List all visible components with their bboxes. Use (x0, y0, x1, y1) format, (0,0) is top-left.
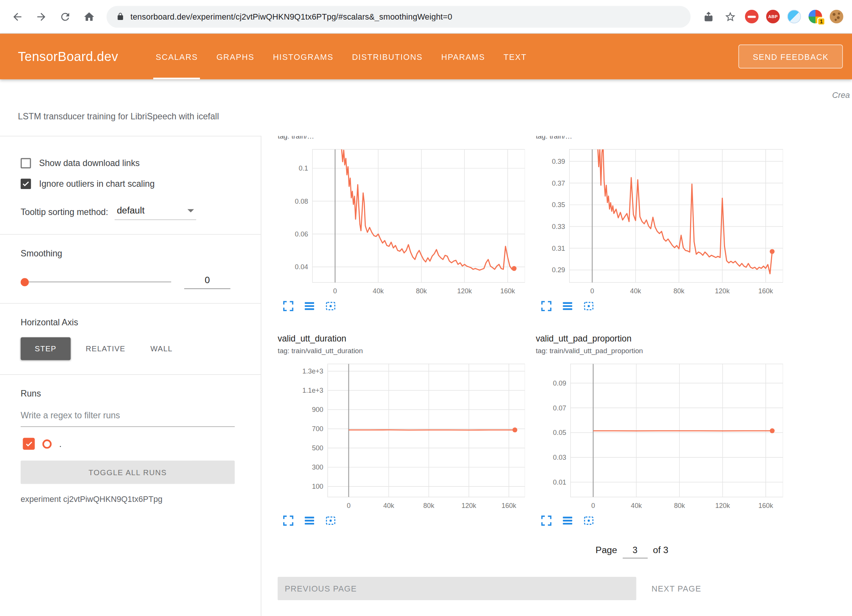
page-number-input[interactable] (623, 545, 647, 558)
back-icon[interactable] (6, 6, 28, 27)
chart-tag: tag: train/… (278, 136, 525, 143)
svg-text:0.09: 0.09 (553, 380, 566, 387)
scalar-chart[interactable]: 0.290.310.330.350.370.39040k80k120k160k (536, 143, 783, 296)
tab-distributions[interactable]: DISTRIBUTIONS (343, 34, 432, 79)
charts-main: tag: train/… 0.040.060.080.1040k80k120k1… (261, 136, 852, 616)
data-table-icon[interactable] (560, 513, 574, 528)
svg-text:40k: 40k (383, 502, 395, 509)
charts-grid: tag: train/… 0.040.060.080.1040k80k120k1… (278, 136, 852, 529)
scalar-chart[interactable]: 0.040.060.080.1040k80k120k160k (278, 143, 525, 296)
svg-text:80k: 80k (416, 287, 427, 295)
forward-icon[interactable] (31, 6, 52, 27)
svg-text:0: 0 (347, 502, 351, 509)
data-table-icon[interactable] (302, 513, 316, 528)
ignore-outliers-checkbox[interactable]: Ignore outliers in chart scaling (21, 179, 261, 189)
svg-text:0.04: 0.04 (295, 263, 308, 271)
tooltip-sorting-row: Tooltip sorting method: default (21, 204, 261, 220)
step-button[interactable]: STEP (21, 337, 70, 360)
cookie-extension-icon[interactable] (830, 10, 843, 23)
tensorboard-header: TensorBoard.dev SCALARS GRAPHS HISTOGRAM… (0, 34, 852, 79)
svg-text:80k: 80k (673, 287, 685, 295)
svg-text:0.1: 0.1 (299, 165, 308, 172)
next-page-button[interactable]: NEXT PAGE (648, 583, 705, 593)
svg-text:300: 300 (312, 464, 323, 471)
created-text-clipped: Crea (832, 90, 850, 99)
page-label: Page (595, 545, 617, 556)
expand-icon[interactable] (539, 299, 553, 313)
bookmark-star-icon[interactable] (723, 9, 737, 24)
svg-text:80k: 80k (423, 502, 435, 509)
chevron-down-icon (188, 209, 194, 212)
reader-extension-icon[interactable] (787, 10, 801, 23)
data-table-icon[interactable] (302, 299, 316, 313)
svg-text:0.31: 0.31 (552, 245, 565, 252)
chart-actions (278, 298, 525, 314)
address-bar[interactable]: tensorboard.dev/experiment/cj2vtPiwQHKN9… (107, 6, 691, 27)
chart-title: valid_utt_duration (278, 332, 525, 346)
selected-option: default (117, 205, 145, 216)
browser-window: tensorboard.dev/experiment/cj2vtPiwQHKN9… (0, 0, 852, 616)
browser-toolbar: tensorboard.dev/experiment/cj2vtPiwQHKN9… (0, 0, 852, 34)
wall-button[interactable]: WALL (140, 337, 182, 360)
settings-sidebar: Show data download links Ignore outliers… (0, 136, 261, 616)
reload-icon[interactable] (54, 6, 76, 27)
runs-filter-input[interactable] (21, 407, 235, 427)
smoothing-slider[interactable] (22, 281, 171, 282)
svg-text:0: 0 (590, 287, 594, 295)
tooltip-sorting-select[interactable]: default (115, 204, 196, 220)
svg-text:160k: 160k (500, 287, 515, 295)
smoothing-value-input[interactable] (184, 275, 231, 289)
fit-domain-icon[interactable] (582, 299, 596, 313)
show-download-links-checkbox[interactable]: Show data download links (21, 158, 261, 168)
svg-text:120k: 120k (715, 287, 730, 295)
slider-thumb[interactable] (21, 278, 29, 286)
run-name: . (59, 439, 61, 448)
expand-icon[interactable] (281, 299, 295, 313)
svg-text:0.08: 0.08 (295, 198, 308, 205)
checkbox-checked-icon (21, 179, 31, 189)
svg-text:0: 0 (591, 502, 595, 509)
share-icon[interactable] (701, 9, 716, 24)
svg-text:0.05: 0.05 (553, 429, 566, 437)
svg-text:0: 0 (333, 287, 337, 295)
home-icon[interactable] (78, 6, 100, 27)
data-table-icon[interactable] (560, 299, 574, 313)
scalar-chart[interactable]: 1003005007009001.1e+31.3e+3040k80k120k16… (278, 357, 525, 511)
fit-domain-icon[interactable] (323, 299, 337, 313)
svg-text:0.06: 0.06 (295, 230, 308, 238)
svg-text:900: 900 (312, 406, 323, 413)
tab-hparams[interactable]: HPARAMS (432, 34, 495, 79)
svg-text:160k: 160k (758, 287, 773, 295)
app-logo: TensorBoard.dev (18, 49, 118, 64)
expand-icon[interactable] (281, 513, 295, 528)
chart-card-top-left: tag: train/… 0.040.060.080.1040k80k120k1… (278, 136, 525, 314)
fit-domain-icon[interactable] (582, 513, 596, 528)
svg-text:120k: 120k (461, 502, 476, 509)
lock-icon (116, 12, 125, 21)
tab-graphs[interactable]: GRAPHS (207, 34, 264, 79)
chart-actions (536, 512, 783, 528)
svg-text:500: 500 (312, 444, 323, 452)
abp-extension-icon[interactable]: ABP (766, 10, 780, 23)
chart-actions (536, 298, 783, 314)
fit-domain-icon[interactable] (323, 513, 337, 528)
profile-avatar[interactable]: 1 (809, 10, 822, 23)
tab-text[interactable]: TEXT (494, 34, 536, 79)
scalar-chart[interactable]: 0.010.030.050.070.09040k80k120k160k (536, 357, 783, 511)
tab-histograms[interactable]: HISTOGRAMS (264, 34, 343, 79)
chart-title: valid_utt_pad_proportion (536, 332, 783, 346)
relative-button[interactable]: RELATIVE (76, 337, 135, 360)
expand-icon[interactable] (539, 513, 553, 528)
send-feedback-button[interactable]: SEND FEEDBACK (739, 44, 843, 68)
run-checkbox[interactable] (23, 438, 35, 450)
run-color-swatch[interactable] (43, 439, 52, 448)
svg-text:80k: 80k (674, 502, 685, 509)
svg-text:0.03: 0.03 (553, 454, 566, 461)
chart-tag: tag: train/… (536, 136, 783, 143)
adblock-extension-icon[interactable] (745, 10, 759, 23)
toggle-all-runs-button[interactable]: TOGGLE ALL RUNS (21, 460, 235, 484)
chart-card-valid-utt-duration: valid_utt_duration tag: train/valid_utt_… (278, 332, 525, 529)
horizontal-axis-label: Horizontal Axis (21, 318, 261, 328)
previous-page-button[interactable]: PREVIOUS PAGE (278, 577, 636, 600)
tab-scalars[interactable]: SCALARS (147, 34, 207, 79)
